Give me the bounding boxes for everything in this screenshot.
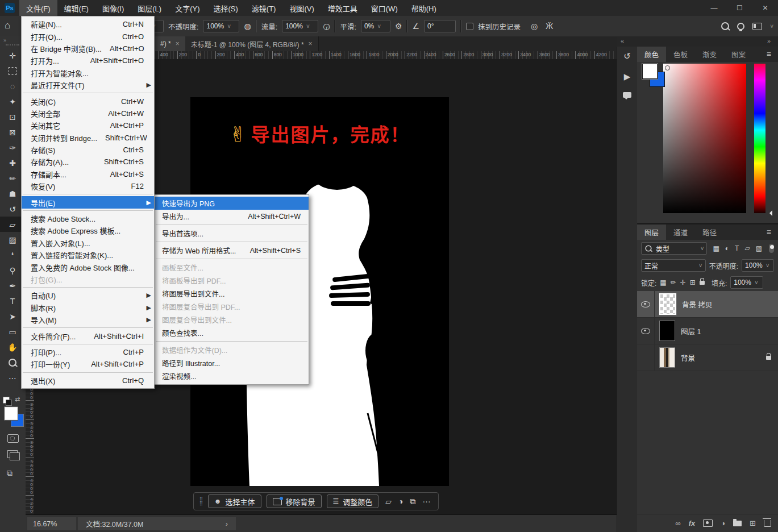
- layer-row[interactable]: 图层 1: [637, 318, 778, 344]
- close-tab-icon[interactable]: ×: [309, 40, 313, 48]
- file-menu-item[interactable]: 置入免费的 Adobe Stock 图像... ▶: [22, 261, 154, 273]
- file-menu-item[interactable]: 打开(O)... Ctrl+O ▶: [22, 30, 154, 42]
- file-menu-item[interactable]: ▶: [22, 91, 154, 95]
- file-menu-item[interactable]: 脚本(R) ▶: [22, 302, 154, 314]
- erase-history-checkbox[interactable]: [466, 23, 473, 30]
- filter-adjustment-layers-icon[interactable]: ◐: [723, 244, 731, 252]
- export-menu-item[interactable]: 画板至文件... ▶: [155, 261, 309, 274]
- history-panel-icon[interactable]: ↺: [623, 51, 631, 61]
- layer-thumbnail[interactable]: [659, 321, 675, 341]
- expand-toolbar-icon[interactable]: »: [3, 38, 7, 43]
- file-menu-item[interactable]: 自动(U) ▶: [22, 289, 154, 301]
- layer-opacity-field[interactable]: 100% ˅: [742, 259, 774, 272]
- visibility-toggle[interactable]: [637, 291, 655, 317]
- export-menu-item[interactable]: 将图层导出到文件... ▶: [155, 287, 309, 300]
- lock-artboard-icon[interactable]: ⊞: [690, 279, 696, 286]
- link-layers-icon[interactable]: ∞: [675, 519, 680, 527]
- file-menu-item[interactable]: 存储(S) Ctrl+S ▶: [22, 144, 154, 156]
- file-menu-item[interactable]: 置入链接的智能对象(K)... ▶: [22, 249, 154, 261]
- export-menu-item[interactable]: ▶: [155, 240, 309, 244]
- layer-row[interactable]: 背景 拷贝: [637, 291, 778, 318]
- collapse-panels-icon[interactable]: «: [621, 38, 624, 44]
- file-menu-item[interactable]: 恢复(V) F12 ▶: [22, 180, 154, 192]
- menubar-item[interactable]: 帮助(H): [405, 0, 443, 16]
- comments-panel-icon[interactable]: [623, 92, 631, 98]
- pressure-opacity-icon[interactable]: ◍: [244, 22, 251, 31]
- angle-field[interactable]: 0°: [424, 20, 456, 32]
- export-menu-item[interactable]: 将画板导出到 PDF... ▶: [155, 274, 309, 287]
- document-size-field[interactable]: 文档:32.0M/37.0M ›: [78, 517, 236, 530]
- hue-slider-marker[interactable]: [767, 210, 772, 216]
- add-image-icon[interactable]: ⧉: [409, 497, 418, 506]
- menubar-item[interactable]: 图层(L): [131, 0, 168, 16]
- lock-paint-icon[interactable]: ✏: [671, 279, 676, 286]
- file-menu-item[interactable]: 打开为智能对象... ▶: [22, 67, 154, 79]
- menubar-item[interactable]: 选择(S): [206, 0, 244, 16]
- zoom-level-field[interactable]: 16.67%: [27, 517, 76, 530]
- panel-tab[interactable]: 图层: [637, 225, 666, 240]
- document-tab-active[interactable]: 未标题-1 @ 100% (图层 4, RGB/8#) * ×: [185, 36, 319, 51]
- file-menu-item[interactable]: 在 Bridge 中浏览(B)... Alt+Ctrl+O ▶: [22, 43, 154, 55]
- quick-mask-icon[interactable]: [7, 434, 19, 443]
- panel-tab[interactable]: 图案: [724, 47, 753, 62]
- export-menu-item[interactable]: ▶: [155, 257, 309, 261]
- file-menu-item[interactable]: 打包(G)... ▶: [22, 273, 154, 285]
- select-subject-button[interactable]: ☻ 选择主体: [208, 494, 261, 508]
- file-menu-item[interactable]: ▶: [22, 192, 154, 196]
- airbrush-icon[interactable]: ◶: [323, 22, 330, 31]
- menubar-item[interactable]: 增效工具: [321, 0, 364, 16]
- menubar-item[interactable]: 视图(V): [282, 0, 321, 16]
- layer-thumbnail[interactable]: [659, 347, 675, 368]
- pressure-size-icon[interactable]: ◎: [531, 22, 538, 31]
- new-layer-icon[interactable]: ⊞: [750, 519, 756, 527]
- status-chevron-icon[interactable]: ›: [226, 520, 228, 528]
- layer-effects-icon[interactable]: fx: [689, 519, 696, 527]
- adjust-colors-button[interactable]: ☰ 调整颜色: [327, 494, 379, 508]
- file-menu-item[interactable]: 关闭并转到 Bridge... Shift+Ctrl+W ▶: [22, 132, 154, 144]
- close-button[interactable]: ✕: [752, 0, 778, 16]
- screen-mode-icon[interactable]: [7, 450, 18, 458]
- filter-smart-objects-icon[interactable]: ▧: [754, 244, 764, 252]
- symmetry-icon[interactable]: Ӝ: [546, 22, 553, 31]
- menubar-item[interactable]: 窗口(W): [364, 0, 405, 16]
- file-menu-item[interactable]: 关闭(C) Ctrl+W ▶: [22, 95, 154, 107]
- file-menu-item[interactable]: 打印一份(Y) Alt+Shift+Ctrl+P ▶: [22, 358, 154, 370]
- opacity-field[interactable]: 100%˅: [203, 20, 239, 32]
- menubar-item[interactable]: 文字(Y): [168, 0, 206, 16]
- file-menu-item[interactable]: 文件简介(F)... Alt+Shift+Ctrl+I ▶: [22, 330, 154, 342]
- menubar-item[interactable]: 文件(F): [19, 0, 57, 16]
- actions-panel-icon[interactable]: ▶: [624, 72, 631, 82]
- more-options-icon[interactable]: ···: [421, 497, 432, 506]
- file-menu-item[interactable]: 置入嵌入对象(L)... ▶: [22, 237, 154, 249]
- search-icon[interactable]: [721, 22, 729, 30]
- file-menu-item[interactable]: ▶: [22, 209, 154, 213]
- file-menu-item[interactable]: 存储副本... Alt+Ctrl+S ▶: [22, 168, 154, 180]
- delete-layer-icon[interactable]: [764, 520, 771, 527]
- export-menu-item[interactable]: 渲染视频... ▶: [155, 369, 309, 383]
- filter-shape-layers-icon[interactable]: ▱: [742, 244, 752, 252]
- filter-toggle[interactable]: [769, 244, 774, 253]
- layer-group-icon[interactable]: [733, 521, 742, 526]
- gear-icon[interactable]: ⚙: [395, 22, 402, 31]
- foreground-color-swatch[interactable]: [642, 64, 658, 79]
- export-menu-item[interactable]: 导出首选项... ▶: [155, 227, 309, 240]
- layer-row[interactable]: 背景: [637, 344, 778, 371]
- saturation-brightness-field[interactable]: [663, 64, 746, 213]
- swap-colors-icon[interactable]: ⇄: [15, 396, 20, 403]
- panel-tab[interactable]: 路径: [695, 225, 724, 240]
- export-menu-item[interactable]: 路径到 Illustrator... ▶: [155, 356, 309, 369]
- export-menu-item[interactable]: 图层复合导出到文件... ▶: [155, 313, 309, 326]
- filter-type-layers-icon[interactable]: T: [733, 244, 741, 252]
- export-menu-item[interactable]: 将图层复合导出到 PDF... ▶: [155, 300, 309, 313]
- file-menu-item[interactable]: 最近打开文件(T) ▶: [22, 79, 154, 91]
- file-menu-item[interactable]: ▶: [22, 326, 154, 330]
- default-colors-icon[interactable]: [3, 397, 10, 404]
- menubar-item[interactable]: 编辑(E): [57, 0, 95, 16]
- lock-position-icon[interactable]: ✛: [680, 279, 686, 286]
- visibility-toggle[interactable]: [637, 344, 655, 371]
- smoothing-field[interactable]: 0%˅: [361, 20, 390, 32]
- adjustment-layer-icon[interactable]: ◑: [721, 519, 725, 527]
- discover-icon[interactable]: [737, 23, 744, 30]
- share-image-icon[interactable]: ⧉: [7, 468, 13, 478]
- export-menu-item[interactable]: 数据组作为文件(D)... ▶: [155, 343, 309, 356]
